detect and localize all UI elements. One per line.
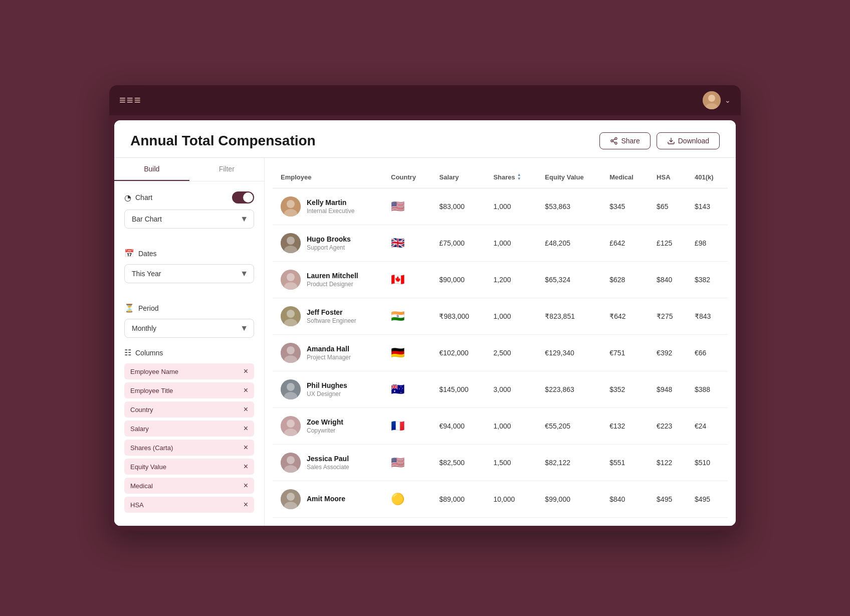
employee-name: Phil Hughes: [307, 381, 347, 389]
main-content: Annual Total Compensation Share Download: [114, 120, 736, 526]
cell-401k: $382: [687, 262, 728, 298]
svg-point-19: [287, 310, 295, 318]
employee-avatar: [281, 306, 301, 326]
dates-section-header: 📅 Dates: [124, 249, 254, 258]
cell-hsa: $948: [649, 371, 687, 408]
svg-point-31: [287, 456, 295, 464]
column-remove-btn[interactable]: ×: [244, 501, 248, 509]
cell-country: 🟡: [383, 481, 431, 518]
period-section-header: ⏳ Period: [124, 303, 254, 313]
cell-employee: Amit Moore: [273, 481, 383, 518]
chart-section-title: ◔ Chart: [124, 193, 152, 202]
app-window: ≡≡≡ ⌄ Annual Total Compensation: [109, 85, 741, 531]
cell-shares: 1,200: [485, 262, 537, 298]
page-title: Annual Total Compensation: [130, 133, 316, 149]
cell-salary: £75,000: [431, 225, 485, 262]
cell-country: 🇨🇦: [383, 262, 431, 298]
cell-country: 🇮🇳: [383, 298, 431, 335]
column-remove-btn[interactable]: ×: [244, 463, 248, 471]
column-remove-btn[interactable]: ×: [244, 425, 248, 433]
country-flag: 🇺🇸: [391, 456, 404, 469]
column-remove-btn[interactable]: ×: [244, 444, 248, 452]
country-flag: 🇩🇪: [391, 346, 404, 359]
table-row: Kelly Martin Internal Executive 🇺🇸 $83,0…: [273, 188, 728, 225]
cell-employee: Amanda Hall Project Manager: [273, 335, 383, 371]
cell-country: 🇦🇺: [383, 371, 431, 408]
employee-title: Sales Associate: [307, 464, 349, 471]
download-button[interactable]: Download: [657, 132, 720, 149]
shares-sort-icon: ▲▼: [517, 173, 521, 181]
column-tag: Shares (Carta)×: [124, 440, 254, 456]
cell-salary: $89,000: [431, 481, 485, 518]
column-tag: Medical×: [124, 478, 254, 494]
svg-point-25: [287, 383, 295, 391]
employee-avatar: [281, 453, 301, 473]
chart-type-select[interactable]: Bar Chart Line Chart Pie Chart: [124, 210, 254, 229]
col-salary: Salary: [431, 166, 485, 188]
col-employee: Employee: [273, 166, 383, 188]
column-remove-btn[interactable]: ×: [244, 386, 248, 394]
dates-section-title: 📅 Dates: [124, 249, 157, 258]
column-remove-btn[interactable]: ×: [244, 405, 248, 414]
svg-point-10: [287, 200, 295, 208]
col-shares[interactable]: Shares ▲▼: [485, 166, 537, 188]
tab-build[interactable]: Build: [114, 158, 189, 181]
table-area: Employee Country Salary Shares ▲▼ Equity…: [265, 158, 736, 526]
employee-title: Software Engineer: [307, 317, 356, 324]
cell-hsa: £125: [649, 225, 687, 262]
table-row: Hugo Brooks Support Agent 🇬🇧 £75,000 1,0…: [273, 225, 728, 262]
svg-point-22: [287, 346, 295, 354]
download-label: Download: [678, 137, 709, 145]
layout: Build Filter ◔ Chart: [114, 158, 736, 526]
column-remove-btn[interactable]: ×: [244, 482, 248, 490]
cell-medical: ₹642: [601, 298, 649, 335]
cell-shares: 1,000: [485, 188, 537, 225]
cell-equity: $53,863: [537, 188, 601, 225]
tab-filter[interactable]: Filter: [189, 158, 265, 181]
col-equity: Equity Value: [537, 166, 601, 188]
cell-401k: €24: [687, 408, 728, 445]
col-hsa: HSA: [649, 166, 687, 188]
cell-401k: $388: [687, 371, 728, 408]
table-row: Zoe Wright Copywriter 🇫🇷 €94,000 1,000 €…: [273, 408, 728, 445]
cell-salary: €102,000: [431, 335, 485, 371]
cell-equity: $223,863: [537, 371, 601, 408]
cell-equity: $82,122: [537, 445, 601, 481]
employee-name: Kelly Martin: [307, 198, 354, 207]
svg-point-3: [615, 137, 617, 139]
table-row: Amanda Hall Project Manager 🇩🇪 €102,000 …: [273, 335, 728, 371]
cell-hsa: €223: [649, 408, 687, 445]
employee-title: Internal Executive: [307, 208, 354, 215]
cell-employee: Hugo Brooks Support Agent: [273, 225, 383, 262]
cell-country: 🇩🇪: [383, 335, 431, 371]
share-button[interactable]: Share: [599, 132, 650, 149]
cell-country: 🇺🇸: [383, 445, 431, 481]
user-menu-chevron[interactable]: ⌄: [725, 96, 731, 104]
cell-equity: £48,205: [537, 225, 601, 262]
cell-country: 🇫🇷: [383, 408, 431, 445]
employee-avatar: [281, 416, 301, 436]
cell-equity: $99,000: [537, 481, 601, 518]
column-tag: HSA×: [124, 497, 254, 513]
cell-employee: Phil Hughes UX Designer: [273, 371, 383, 408]
chart-toggle[interactable]: [232, 191, 254, 203]
data-table: Employee Country Salary Shares ▲▼ Equity…: [273, 166, 728, 518]
period-select[interactable]: Monthly Weekly Quarterly Yearly: [124, 319, 254, 338]
column-remove-btn[interactable]: ×: [244, 367, 248, 375]
employee-avatar: [281, 489, 301, 509]
cell-medical: $551: [601, 445, 649, 481]
employee-avatar: [281, 343, 301, 363]
cell-401k: ₹843: [687, 298, 728, 335]
cell-medical: £642: [601, 225, 649, 262]
dates-select[interactable]: This Year Last Year Custom Range: [124, 264, 254, 283]
cell-equity: €55,205: [537, 408, 601, 445]
country-flag: 🇺🇸: [391, 200, 404, 213]
employee-avatar: [281, 196, 301, 217]
columns-section: ☷ Columns Employee Name×Employee Title×C…: [114, 348, 264, 526]
user-avatar[interactable]: [703, 91, 721, 109]
employee-title: Support Agent: [307, 244, 351, 251]
cell-shares: 3,000: [485, 371, 537, 408]
employee-title: Product Designer: [307, 281, 358, 288]
table-row: Jessica Paul Sales Associate 🇺🇸 $82,500 …: [273, 445, 728, 481]
svg-point-5: [615, 142, 617, 144]
